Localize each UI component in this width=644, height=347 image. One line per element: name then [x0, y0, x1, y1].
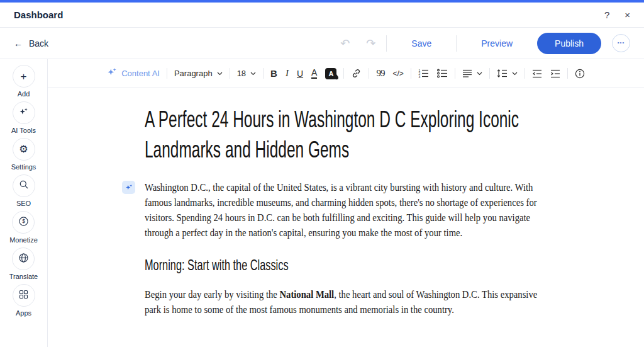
font-size-dropdown[interactable]: 18 — [237, 69, 256, 78]
publish-button[interactable]: Publish — [537, 33, 601, 54]
editor-main: Content AI Paragraph 18 B I U A A — [48, 59, 644, 347]
save-button[interactable]: Save — [397, 38, 445, 48]
section-heading[interactable]: Morning: Start with the Classics — [145, 256, 418, 275]
divider — [489, 68, 490, 79]
chevron-down-icon — [217, 72, 223, 76]
divider — [456, 35, 457, 52]
close-icon[interactable]: × — [625, 9, 630, 20]
sidebar-item-ai-tools[interactable]: AI Tools — [11, 101, 36, 134]
back-button[interactable]: ← Back — [14, 38, 48, 48]
content-ai-label: Content AI — [121, 69, 160, 78]
page-title: Dashboard — [14, 9, 63, 20]
indent-icon[interactable] — [550, 69, 560, 78]
sparkle-chip-icon — [125, 184, 133, 191]
highlight-color-button[interactable]: A — [325, 68, 336, 79]
text-color-button[interactable]: A — [311, 68, 317, 79]
editor-action-bar: ← Back ↶ ↷ Save Preview Publish ••• — [0, 28, 644, 59]
divider — [567, 68, 568, 79]
ai-suggestion-chip[interactable] — [122, 181, 135, 194]
redo-icon[interactable]: ↷ — [366, 38, 375, 49]
gear-icon: ⚙ — [19, 144, 28, 154]
back-label: Back — [29, 38, 48, 48]
more-options-button[interactable]: ••• — [612, 34, 630, 52]
intro-paragraph-row: Washington D.C., the capital of the Unit… — [145, 180, 547, 241]
divider — [167, 68, 167, 79]
paragraph-style-dropdown[interactable]: Paragraph — [174, 69, 223, 78]
line-spacing-icon — [497, 69, 508, 78]
divider — [369, 68, 369, 79]
preview-button[interactable]: Preview — [467, 38, 526, 48]
plus-icon: + — [21, 71, 27, 82]
post-title[interactable]: A Perfect 24 Hours in Washington D C Exp… — [145, 105, 547, 165]
sparkle-icon — [19, 107, 28, 119]
numbered-list-icon[interactable]: 123 — [418, 69, 429, 78]
ellipsis-icon: ••• — [618, 40, 625, 45]
workspace: + Add AI Tools ⚙ Settings SEO $ Monetize — [0, 59, 644, 347]
post-content: A Perfect 24 Hours in Washington D C Exp… — [145, 88, 547, 317]
divider — [411, 68, 411, 79]
blockquote-icon[interactable]: 99 — [376, 68, 384, 79]
divider — [386, 35, 387, 52]
editor-canvas[interactable]: A Perfect 24 Hours in Washington D C Exp… — [48, 88, 644, 347]
bold-button[interactable]: B — [270, 69, 277, 78]
sparkle-ai-icon — [107, 67, 117, 79]
line-spacing-dropdown[interactable] — [497, 69, 518, 78]
svg-text:$: $ — [22, 218, 25, 224]
chevron-down-icon — [250, 72, 256, 76]
sidebar-item-translate[interactable]: Translate — [9, 247, 38, 280]
content-ai-button[interactable]: Content AI — [107, 67, 160, 79]
dollar-circle-icon: $ — [18, 216, 29, 229]
align-text-icon — [462, 69, 472, 78]
sidebar-item-monetize[interactable]: $ Monetize — [9, 211, 38, 244]
divider — [263, 68, 264, 79]
body-paragraph[interactable]: Begin your day early by visiting the Nat… — [145, 287, 547, 317]
document-actions: ↶ ↷ Save Preview Publish ••• — [340, 33, 630, 54]
divider — [455, 68, 455, 79]
topbar-actions: ? × — [604, 9, 630, 20]
code-icon[interactable]: </> — [392, 69, 403, 78]
globe-icon — [18, 253, 29, 266]
bold-text: National Mall — [279, 288, 334, 300]
info-icon[interactable] — [575, 69, 585, 79]
divider — [230, 68, 230, 79]
grid-icon — [19, 290, 28, 302]
divider — [343, 68, 344, 79]
chevron-down-icon — [477, 72, 482, 76]
chevron-down-icon — [512, 72, 518, 76]
underline-button[interactable]: U — [297, 69, 303, 78]
sidebar-item-apps[interactable]: Apps — [13, 284, 35, 317]
sidebar-item-add[interactable]: + Add — [13, 65, 35, 98]
bulleted-list-icon[interactable] — [437, 69, 448, 78]
magnifier-icon — [19, 179, 29, 192]
sidebar-item-settings[interactable]: ⚙ Settings — [11, 138, 36, 171]
body-paragraph-row: Begin your day early by visiting the Nat… — [145, 287, 547, 317]
alignment-dropdown[interactable] — [462, 69, 482, 78]
undo-icon[interactable]: ↶ — [340, 38, 350, 49]
help-icon[interactable]: ? — [604, 9, 609, 20]
svg-text:3: 3 — [418, 75, 420, 79]
back-arrow-icon: ← — [14, 38, 23, 48]
italic-button[interactable]: I — [286, 69, 289, 78]
link-icon[interactable] — [351, 68, 362, 79]
top-app-bar: Dashboard ? × — [0, 0, 644, 28]
droplet-icon — [334, 74, 339, 80]
left-sidebar: + Add AI Tools ⚙ Settings SEO $ Monetize — [0, 59, 48, 347]
outdent-icon[interactable] — [532, 69, 542, 78]
sidebar-item-seo[interactable]: SEO — [13, 174, 35, 207]
intro-paragraph[interactable]: Washington D.C., the capital of the Unit… — [145, 180, 547, 241]
divider — [525, 68, 525, 79]
formatting-toolbar: Content AI Paragraph 18 B I U A A — [48, 59, 644, 88]
